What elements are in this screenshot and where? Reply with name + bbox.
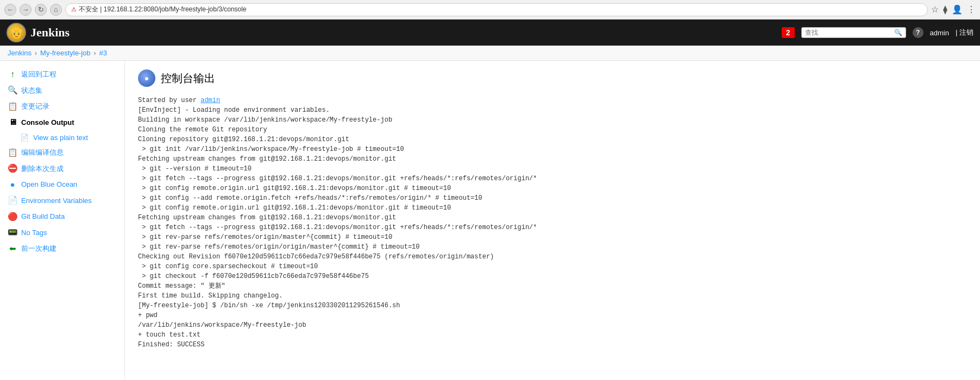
sidebar-item-delete-build[interactable]: ⛔ 删除本次生成: [0, 161, 124, 177]
sidebar-subitem-view-plain[interactable]: 📄 View as plain text: [0, 130, 124, 144]
jenkins-logo[interactable]: 👴 Jenkins: [7, 23, 70, 42]
sidebar-label-status: 状态集: [21, 85, 42, 96]
edit-icon: 📋: [8, 148, 17, 157]
jenkins-avatar: 👴: [7, 23, 26, 42]
home-button[interactable]: ⌂: [50, 4, 62, 16]
changes-icon: 📋: [8, 102, 17, 111]
sidebar-label-delete: 删除本次生成: [21, 163, 64, 174]
admin-link[interactable]: admin: [200, 97, 220, 104]
menu-icon[interactable]: ⋮: [967, 4, 976, 15]
sidebar-item-no-tags[interactable]: 📟 No Tags: [0, 225, 124, 241]
breadcrumb-job[interactable]: My-freestyle-job: [40, 49, 90, 57]
sidebar-label-blue-ocean: Open Blue Ocean: [21, 179, 77, 190]
env-icon: 📄: [8, 195, 17, 205]
content-area: ● 控制台输出 Started by user admin [EnvInject…: [125, 61, 980, 379]
sidebar-label-env: Environment Variables: [21, 195, 92, 206]
back-arrow-icon: ↑: [8, 69, 17, 79]
search-icon: 🔍: [894, 29, 902, 36]
sidebar-label-prev: 前一次构建: [21, 243, 56, 254]
sidebar-item-prev-build[interactable]: ⬅ 前一次构建: [0, 240, 124, 257]
jenkins-header: 👴 Jenkins 2 🔍 ? admin | 注销: [0, 20, 980, 46]
bookmark-star-icon[interactable]: ☆: [931, 4, 939, 15]
page-icon: ●: [138, 69, 155, 87]
breadcrumb-jenkins[interactable]: Jenkins: [8, 49, 32, 57]
browser-actions: ☆ ⧫ 👤 ⋮: [931, 4, 976, 15]
page-title: 控制台输出: [161, 71, 215, 86]
sidebar-label-edit: 编辑编译信息: [21, 147, 64, 158]
forward-button[interactable]: →: [20, 4, 32, 16]
no-tags-icon: 📟: [8, 227, 17, 237]
back-button[interactable]: ←: [4, 4, 16, 16]
sidebar-item-status[interactable]: 🔍 状态集: [0, 83, 124, 99]
sidebar-label-back: 返回到工程: [21, 69, 56, 80]
reload-button[interactable]: ↻: [35, 4, 47, 16]
sidebar-item-git-build-data[interactable]: 🔴 Git Build Data: [0, 208, 124, 225]
status-icon: 🔍: [8, 85, 17, 95]
sidebar-item-back-to-project[interactable]: ↑ 返回到工程: [0, 66, 124, 83]
logout-button[interactable]: | 注销: [956, 28, 973, 37]
breadcrumb-sep-2: ›: [94, 49, 96, 57]
url-text: 不安全 | 192.168.1.22:8080/job/My-freestyle…: [79, 5, 247, 14]
sidebar-label-changes: 变更记录: [21, 101, 49, 112]
breadcrumb-build[interactable]: #3: [99, 49, 107, 57]
delete-icon: ⛔: [8, 163, 17, 173]
search-box: 🔍: [801, 27, 906, 38]
prev-build-icon: ⬅: [8, 244, 17, 254]
sidebar-label-git: Git Build Data: [21, 211, 65, 222]
jenkins-title: Jenkins: [30, 26, 70, 40]
user-menu[interactable]: admin: [930, 29, 949, 37]
sidebar-label-no-tags: No Tags: [21, 227, 47, 238]
console-icon: 🖥: [8, 117, 17, 127]
plain-text-icon: 📄: [20, 132, 29, 142]
sidebar-item-console-output[interactable]: 🖥 Console Output: [0, 115, 124, 131]
breadcrumb-sep-1: ›: [35, 49, 37, 57]
search-input[interactable]: [805, 29, 892, 36]
sidebar-item-changes[interactable]: 📋 变更记录: [0, 98, 124, 115]
git-icon: 🔴: [8, 212, 17, 221]
sidebar-label-console: Console Output: [21, 117, 74, 128]
sidebar-label-view-plain: View as plain text: [33, 134, 88, 142]
breadcrumb: Jenkins › My-freestyle-job › #3: [0, 46, 980, 61]
sidebar-item-env-vars[interactable]: 📄 Environment Variables: [0, 193, 124, 209]
sidebar: ↑ 返回到工程 🔍 状态集 📋 变更记录 🖥 Console Output 📄 …: [0, 61, 125, 379]
blue-ocean-icon: ●: [8, 180, 17, 189]
help-button[interactable]: ?: [913, 27, 924, 38]
address-bar[interactable]: ⚠ 不安全 | 192.168.1.22:8080/job/My-freesty…: [65, 3, 928, 16]
account-icon[interactable]: 👤: [952, 4, 963, 15]
notification-badge[interactable]: 2: [782, 27, 795, 38]
sidebar-item-edit-build-info[interactable]: 📋 编辑编译信息: [0, 144, 124, 161]
browser-chrome: ← → ↻ ⌂ ⚠ 不安全 | 192.168.1.22:8080/job/My…: [0, 0, 980, 20]
extension-icon[interactable]: ⧫: [943, 4, 947, 15]
page-header: ● 控制台输出: [138, 69, 967, 87]
security-icon: ⚠: [71, 6, 77, 13]
main-layout: ↑ 返回到工程 🔍 状态集 📋 变更记录 🖥 Console Output 📄 …: [0, 61, 980, 379]
console-output: Started by user admin [EnvInject] - Load…: [138, 96, 967, 350]
sidebar-item-open-blue-ocean[interactable]: ● Open Blue Ocean: [0, 176, 124, 193]
